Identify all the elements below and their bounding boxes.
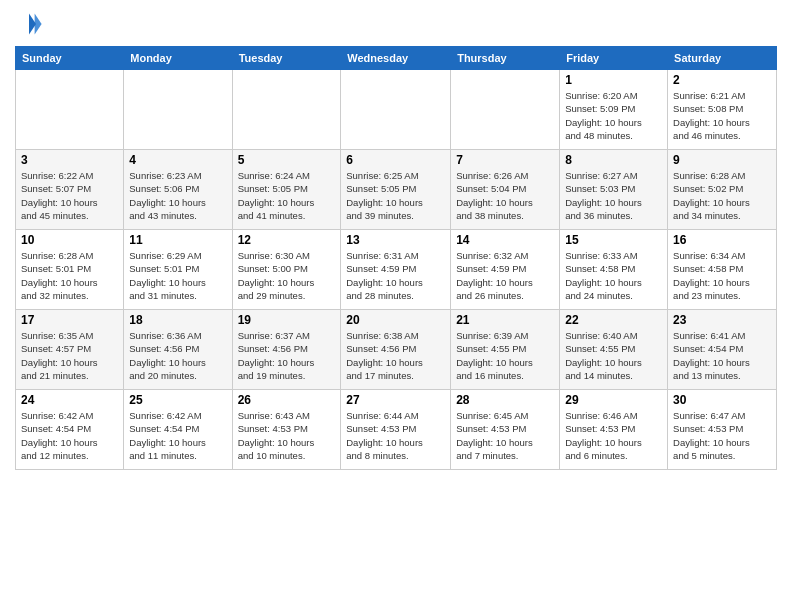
weekday-header: Sunday	[16, 47, 124, 70]
day-number: 3	[21, 153, 118, 167]
calendar-day-cell: 6Sunrise: 6:25 AM Sunset: 5:05 PM Daylig…	[341, 150, 451, 230]
calendar-day-cell: 18Sunrise: 6:36 AM Sunset: 4:56 PM Dayli…	[124, 310, 232, 390]
day-info: Sunrise: 6:23 AM Sunset: 5:06 PM Dayligh…	[129, 169, 226, 222]
calendar-day-cell: 8Sunrise: 6:27 AM Sunset: 5:03 PM Daylig…	[560, 150, 668, 230]
day-info: Sunrise: 6:27 AM Sunset: 5:03 PM Dayligh…	[565, 169, 662, 222]
day-info: Sunrise: 6:28 AM Sunset: 5:01 PM Dayligh…	[21, 249, 118, 302]
calendar-day-cell	[341, 70, 451, 150]
calendar-day-cell: 20Sunrise: 6:38 AM Sunset: 4:56 PM Dayli…	[341, 310, 451, 390]
day-number: 30	[673, 393, 771, 407]
day-info: Sunrise: 6:31 AM Sunset: 4:59 PM Dayligh…	[346, 249, 445, 302]
calendar-day-cell: 23Sunrise: 6:41 AM Sunset: 4:54 PM Dayli…	[668, 310, 777, 390]
calendar-day-cell	[124, 70, 232, 150]
calendar-day-cell: 27Sunrise: 6:44 AM Sunset: 4:53 PM Dayli…	[341, 390, 451, 470]
day-info: Sunrise: 6:33 AM Sunset: 4:58 PM Dayligh…	[565, 249, 662, 302]
calendar-day-cell: 19Sunrise: 6:37 AM Sunset: 4:56 PM Dayli…	[232, 310, 341, 390]
day-info: Sunrise: 6:38 AM Sunset: 4:56 PM Dayligh…	[346, 329, 445, 382]
day-info: Sunrise: 6:30 AM Sunset: 5:00 PM Dayligh…	[238, 249, 336, 302]
calendar-week-row: 1Sunrise: 6:20 AM Sunset: 5:09 PM Daylig…	[16, 70, 777, 150]
day-info: Sunrise: 6:32 AM Sunset: 4:59 PM Dayligh…	[456, 249, 554, 302]
day-info: Sunrise: 6:25 AM Sunset: 5:05 PM Dayligh…	[346, 169, 445, 222]
calendar-header-row: SundayMondayTuesdayWednesdayThursdayFrid…	[16, 47, 777, 70]
weekday-header: Thursday	[451, 47, 560, 70]
weekday-header: Monday	[124, 47, 232, 70]
day-number: 29	[565, 393, 662, 407]
day-number: 23	[673, 313, 771, 327]
calendar-week-row: 3Sunrise: 6:22 AM Sunset: 5:07 PM Daylig…	[16, 150, 777, 230]
calendar-day-cell: 24Sunrise: 6:42 AM Sunset: 4:54 PM Dayli…	[16, 390, 124, 470]
calendar-day-cell: 14Sunrise: 6:32 AM Sunset: 4:59 PM Dayli…	[451, 230, 560, 310]
day-number: 22	[565, 313, 662, 327]
day-info: Sunrise: 6:42 AM Sunset: 4:54 PM Dayligh…	[129, 409, 226, 462]
day-info: Sunrise: 6:26 AM Sunset: 5:04 PM Dayligh…	[456, 169, 554, 222]
day-info: Sunrise: 6:36 AM Sunset: 4:56 PM Dayligh…	[129, 329, 226, 382]
day-number: 11	[129, 233, 226, 247]
day-number: 28	[456, 393, 554, 407]
calendar-day-cell: 12Sunrise: 6:30 AM Sunset: 5:00 PM Dayli…	[232, 230, 341, 310]
day-info: Sunrise: 6:20 AM Sunset: 5:09 PM Dayligh…	[565, 89, 662, 142]
day-number: 20	[346, 313, 445, 327]
calendar-day-cell: 11Sunrise: 6:29 AM Sunset: 5:01 PM Dayli…	[124, 230, 232, 310]
header	[15, 10, 777, 38]
calendar-day-cell: 4Sunrise: 6:23 AM Sunset: 5:06 PM Daylig…	[124, 150, 232, 230]
day-number: 10	[21, 233, 118, 247]
calendar-day-cell: 13Sunrise: 6:31 AM Sunset: 4:59 PM Dayli…	[341, 230, 451, 310]
day-number: 24	[21, 393, 118, 407]
day-number: 13	[346, 233, 445, 247]
calendar-table: SundayMondayTuesdayWednesdayThursdayFrid…	[15, 46, 777, 470]
calendar-day-cell	[16, 70, 124, 150]
calendar-day-cell: 26Sunrise: 6:43 AM Sunset: 4:53 PM Dayli…	[232, 390, 341, 470]
calendar-container: SundayMondayTuesdayWednesdayThursdayFrid…	[0, 0, 792, 612]
day-number: 12	[238, 233, 336, 247]
day-number: 4	[129, 153, 226, 167]
calendar-day-cell: 2Sunrise: 6:21 AM Sunset: 5:08 PM Daylig…	[668, 70, 777, 150]
calendar-day-cell: 7Sunrise: 6:26 AM Sunset: 5:04 PM Daylig…	[451, 150, 560, 230]
day-info: Sunrise: 6:40 AM Sunset: 4:55 PM Dayligh…	[565, 329, 662, 382]
day-info: Sunrise: 6:21 AM Sunset: 5:08 PM Dayligh…	[673, 89, 771, 142]
day-info: Sunrise: 6:29 AM Sunset: 5:01 PM Dayligh…	[129, 249, 226, 302]
day-number: 7	[456, 153, 554, 167]
day-number: 16	[673, 233, 771, 247]
calendar-day-cell: 28Sunrise: 6:45 AM Sunset: 4:53 PM Dayli…	[451, 390, 560, 470]
calendar-week-row: 17Sunrise: 6:35 AM Sunset: 4:57 PM Dayli…	[16, 310, 777, 390]
calendar-day-cell	[232, 70, 341, 150]
day-number: 27	[346, 393, 445, 407]
day-number: 14	[456, 233, 554, 247]
calendar-week-row: 24Sunrise: 6:42 AM Sunset: 4:54 PM Dayli…	[16, 390, 777, 470]
weekday-header: Saturday	[668, 47, 777, 70]
calendar-day-cell	[451, 70, 560, 150]
calendar-day-cell: 15Sunrise: 6:33 AM Sunset: 4:58 PM Dayli…	[560, 230, 668, 310]
calendar-day-cell: 16Sunrise: 6:34 AM Sunset: 4:58 PM Dayli…	[668, 230, 777, 310]
calendar-week-row: 10Sunrise: 6:28 AM Sunset: 5:01 PM Dayli…	[16, 230, 777, 310]
day-info: Sunrise: 6:45 AM Sunset: 4:53 PM Dayligh…	[456, 409, 554, 462]
day-info: Sunrise: 6:46 AM Sunset: 4:53 PM Dayligh…	[565, 409, 662, 462]
day-number: 15	[565, 233, 662, 247]
day-number: 1	[565, 73, 662, 87]
day-number: 18	[129, 313, 226, 327]
calendar-day-cell: 22Sunrise: 6:40 AM Sunset: 4:55 PM Dayli…	[560, 310, 668, 390]
day-info: Sunrise: 6:34 AM Sunset: 4:58 PM Dayligh…	[673, 249, 771, 302]
day-number: 2	[673, 73, 771, 87]
calendar-day-cell: 29Sunrise: 6:46 AM Sunset: 4:53 PM Dayli…	[560, 390, 668, 470]
day-number: 21	[456, 313, 554, 327]
day-number: 25	[129, 393, 226, 407]
calendar-day-cell: 10Sunrise: 6:28 AM Sunset: 5:01 PM Dayli…	[16, 230, 124, 310]
calendar-day-cell: 25Sunrise: 6:42 AM Sunset: 4:54 PM Dayli…	[124, 390, 232, 470]
calendar-day-cell: 1Sunrise: 6:20 AM Sunset: 5:09 PM Daylig…	[560, 70, 668, 150]
day-info: Sunrise: 6:24 AM Sunset: 5:05 PM Dayligh…	[238, 169, 336, 222]
day-info: Sunrise: 6:39 AM Sunset: 4:55 PM Dayligh…	[456, 329, 554, 382]
day-number: 9	[673, 153, 771, 167]
day-info: Sunrise: 6:22 AM Sunset: 5:07 PM Dayligh…	[21, 169, 118, 222]
day-info: Sunrise: 6:41 AM Sunset: 4:54 PM Dayligh…	[673, 329, 771, 382]
day-info: Sunrise: 6:42 AM Sunset: 4:54 PM Dayligh…	[21, 409, 118, 462]
calendar-day-cell: 5Sunrise: 6:24 AM Sunset: 5:05 PM Daylig…	[232, 150, 341, 230]
day-info: Sunrise: 6:28 AM Sunset: 5:02 PM Dayligh…	[673, 169, 771, 222]
weekday-header: Wednesday	[341, 47, 451, 70]
logo	[15, 10, 45, 38]
calendar-day-cell: 17Sunrise: 6:35 AM Sunset: 4:57 PM Dayli…	[16, 310, 124, 390]
weekday-header: Friday	[560, 47, 668, 70]
day-info: Sunrise: 6:43 AM Sunset: 4:53 PM Dayligh…	[238, 409, 336, 462]
day-number: 26	[238, 393, 336, 407]
day-number: 19	[238, 313, 336, 327]
day-info: Sunrise: 6:35 AM Sunset: 4:57 PM Dayligh…	[21, 329, 118, 382]
